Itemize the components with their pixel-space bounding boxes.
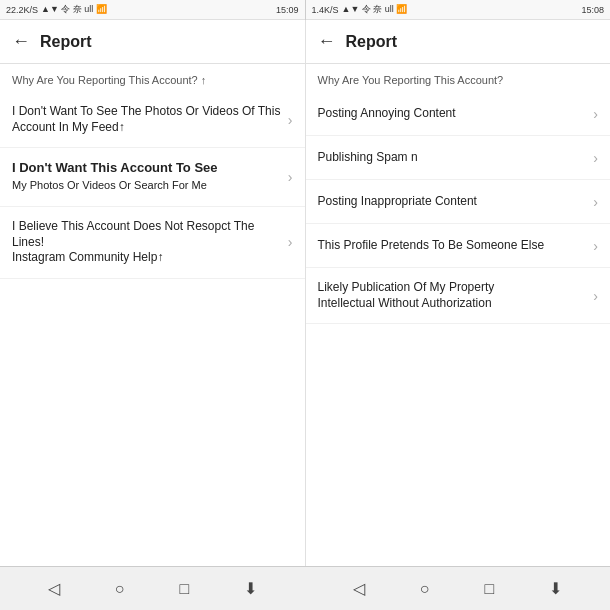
chevron-icon: › bbox=[288, 169, 293, 185]
status-left-info: 22.2K/S ▲▼ 令 奈 ull 📶 bbox=[6, 3, 107, 16]
status-right-info: 1.4K/S ▲▼ 令 奈 ull 📶 bbox=[312, 3, 408, 16]
chevron-icon: › bbox=[593, 106, 598, 122]
icons-left: ▲▼ 令 奈 ull 📶 bbox=[41, 3, 107, 16]
panel-right-header: ← Report bbox=[306, 20, 611, 64]
chevron-icon: › bbox=[593, 150, 598, 166]
panel-right: ← Report Why Are You Reporting This Acco… bbox=[306, 20, 611, 566]
icons-right: ▲▼ 令 奈 ull 📶 bbox=[342, 3, 408, 16]
list-item[interactable]: This Profile Pretends To Be Someone Else… bbox=[306, 224, 611, 268]
recents-nav-icon-2[interactable]: □ bbox=[485, 580, 495, 598]
bottom-nav: ◁ ○ □ ⬇ ◁ ○ □ ⬇ bbox=[0, 566, 610, 610]
time-left: 15:09 bbox=[276, 5, 299, 15]
back-nav-icon-2[interactable]: ◁ bbox=[353, 579, 365, 598]
panel-left-header: ← Report bbox=[0, 20, 305, 64]
panel-left-section-label: Why Are You Reporting This Account? ↑ bbox=[0, 64, 305, 92]
status-bar-left: 22.2K/S ▲▼ 令 奈 ull 📶 15:09 bbox=[0, 0, 305, 20]
list-item[interactable]: Posting Annoying Content › bbox=[306, 92, 611, 136]
status-bar: 22.2K/S ▲▼ 令 奈 ull 📶 15:09 1.4K/S ▲▼ 令 奈… bbox=[0, 0, 610, 20]
list-item-text: I Don't Want This Account To SeeMy Photo… bbox=[12, 160, 288, 194]
chevron-icon: › bbox=[593, 194, 598, 210]
speed-right: 1.4K/S bbox=[312, 5, 339, 15]
list-item[interactable]: I Don't Want This Account To SeeMy Photo… bbox=[0, 148, 305, 207]
list-item-text: I Don't Want To See The Photos Or Videos… bbox=[12, 104, 288, 135]
list-item-text: Likely Publication Of My PropertyIntelle… bbox=[318, 280, 594, 311]
recents-nav-icon[interactable]: □ bbox=[180, 580, 190, 598]
panel-left-title: Report bbox=[40, 33, 92, 51]
time-right: 15:08 bbox=[581, 5, 604, 15]
panel-left: ← Report Why Are You Reporting This Acco… bbox=[0, 20, 306, 566]
main-content: ← Report Why Are You Reporting This Acco… bbox=[0, 20, 610, 566]
list-item[interactable]: Posting Inappropriate Content › bbox=[306, 180, 611, 224]
back-arrow-left[interactable]: ← bbox=[12, 31, 30, 52]
chevron-icon: › bbox=[593, 288, 598, 304]
back-arrow-right[interactable]: ← bbox=[318, 31, 336, 52]
list-item-text: Posting Inappropriate Content bbox=[318, 194, 594, 210]
speed-left: 22.2K/S bbox=[6, 5, 38, 15]
chevron-icon: › bbox=[288, 112, 293, 128]
panel-right-title: Report bbox=[346, 33, 398, 51]
home-nav-icon-2[interactable]: ○ bbox=[420, 580, 430, 598]
chevron-icon: › bbox=[593, 238, 598, 254]
status-bar-right: 1.4K/S ▲▼ 令 奈 ull 📶 15:08 bbox=[306, 0, 611, 20]
bottom-nav-left: ◁ ○ □ ⬇ bbox=[0, 567, 305, 610]
menu-nav-icon-2[interactable]: ⬇ bbox=[549, 579, 562, 598]
list-item-text: This Profile Pretends To Be Someone Else bbox=[318, 238, 594, 254]
list-item[interactable]: Publishing Spam n › bbox=[306, 136, 611, 180]
list-item[interactable]: Likely Publication Of My PropertyIntelle… bbox=[306, 268, 611, 324]
list-item-text: I Believe This Account Does Not Resopct … bbox=[12, 219, 288, 266]
list-item-text: Posting Annoying Content bbox=[318, 106, 594, 122]
menu-nav-icon[interactable]: ⬇ bbox=[244, 579, 257, 598]
list-item[interactable]: I Believe This Account Does Not Resopct … bbox=[0, 207, 305, 279]
bottom-nav-right: ◁ ○ □ ⬇ bbox=[305, 567, 610, 610]
list-item-text: Publishing Spam n bbox=[318, 150, 594, 166]
back-nav-icon[interactable]: ◁ bbox=[48, 579, 60, 598]
list-item[interactable]: I Don't Want To See The Photos Or Videos… bbox=[0, 92, 305, 148]
home-nav-icon[interactable]: ○ bbox=[115, 580, 125, 598]
panel-right-section-label: Why Are You Reporting This Account? bbox=[306, 64, 611, 92]
chevron-icon: › bbox=[288, 234, 293, 250]
